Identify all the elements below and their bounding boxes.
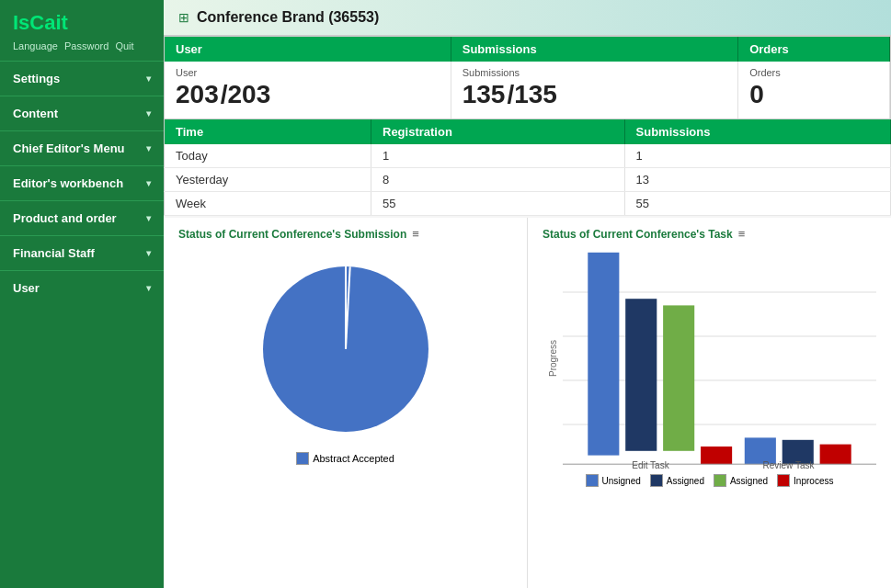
sidebar-item-financial-staff-label: Financial Staff (13, 246, 95, 260)
submissions-stat-cell: Submissions 135/135 (451, 62, 737, 119)
app-brand: IsCait (0, 0, 164, 40)
legend-color-unsigned (586, 474, 599, 487)
time-stats-row: Today 1 1 (165, 144, 891, 168)
svg-rect-7 (588, 253, 619, 456)
bar-chart-menu-icon[interactable]: ≡ (738, 227, 746, 241)
sidebar-item-user[interactable]: User ▾ (0, 270, 164, 305)
bar-chart-svg-wrap: Edit Task Review Task (563, 248, 876, 469)
orders-stat-value: 0 (749, 80, 878, 109)
legend-item-inprocess: Inprocess (777, 474, 833, 487)
time-col-header: Time (165, 119, 371, 144)
legend-label-assigned-dark: Assigned (667, 476, 704, 486)
submissions-cell: 1 (624, 144, 890, 168)
quit-link[interactable]: Quit (115, 40, 133, 51)
legend-color-abstract-accepted (296, 452, 309, 465)
pie-chart-legend: Abstract Accepted (178, 452, 512, 465)
user-stat-cell: User 203/203 (165, 62, 451, 119)
sidebar-item-settings[interactable]: Settings ▾ (0, 61, 164, 96)
orders-stat-cell: Orders 0 (738, 62, 890, 119)
submissions-stat-label: Submissions (463, 67, 726, 78)
svg-text:Edit Task: Edit Task (632, 460, 669, 469)
stats-table: User Submissions Orders User 203/203 Sub… (165, 37, 890, 119)
time-cell: Today (165, 144, 371, 168)
bar-chart-title: Status of Current Conference's Task ≡ (543, 227, 876, 241)
chevron-down-icon: ▾ (146, 283, 151, 293)
stats-table-wrap: User Submissions Orders User 203/203 Sub… (164, 36, 891, 119)
submissions-col-header: Submissions (624, 119, 890, 144)
time-stats-row: Week 55 55 (165, 192, 891, 216)
registration-cell: 55 (371, 192, 625, 216)
orders-stat-label: Orders (749, 67, 878, 78)
pie-chart-container (178, 248, 512, 445)
time-cell: Week (165, 192, 371, 216)
legend-label-inprocess: Inprocess (794, 476, 833, 486)
submissions-cell: 55 (624, 192, 890, 216)
sidebar-item-user-label: User (13, 281, 40, 295)
sidebar-item-financial-staff[interactable]: Financial Staff ▾ (0, 235, 164, 270)
pie-chart-svg (254, 257, 438, 441)
bar-chart-area-wrap: Progress (543, 248, 876, 469)
col-header-orders: Orders (738, 37, 890, 62)
bar-y-label: Progress (548, 340, 558, 377)
col-header-submissions: Submissions (451, 37, 737, 62)
bar-y-label-wrap: Progress (543, 248, 563, 469)
registration-col-header: Registration (371, 119, 625, 144)
chevron-down-icon: ▾ (146, 178, 151, 188)
svg-rect-10 (701, 447, 732, 464)
pie-chart-panel: Status of Current Conference's Submissio… (164, 218, 528, 588)
svg-rect-9 (663, 305, 694, 450)
svg-rect-13 (820, 445, 851, 465)
sidebar-item-chief-editor[interactable]: Chief Editor's Menu ▾ (0, 130, 164, 165)
time-stats-body: Today 1 1 Yesterday 8 13 Week 55 55 (165, 144, 891, 216)
sidebar-item-content-label: Content (13, 107, 58, 120)
page-header: ⊞ Conference Brand (36553) (164, 0, 891, 36)
bar-chart-panel: Status of Current Conference's Task ≡ Pr… (528, 218, 891, 588)
sidebar-item-product-order-label: Product and order (13, 211, 117, 225)
chevron-down-icon: ▾ (146, 143, 151, 153)
sidebar-tagline[interactable]: Language Password Quit (0, 40, 164, 61)
pie-chart-title: Status of Current Conference's Submissio… (178, 227, 512, 241)
time-stats-table: Time Registration Submissions Today 1 1 … (164, 119, 891, 216)
sidebar: IsCait Language Password Quit Settings ▾… (0, 0, 164, 588)
user-stat-label: User (176, 67, 440, 78)
chevron-down-icon: ▾ (146, 248, 151, 258)
password-link[interactable]: Password (64, 40, 109, 51)
registration-cell: 8 (371, 168, 625, 192)
svg-rect-8 (625, 299, 657, 451)
sidebar-item-editors-workbench[interactable]: Editor's workbench ▾ (0, 165, 164, 200)
sidebar-item-product-order[interactable]: Product and order ▾ (0, 200, 164, 235)
legend-label-abstract-accepted: Abstract Accepted (313, 453, 394, 464)
chevron-down-icon: ▾ (146, 213, 151, 223)
chevron-down-icon: ▾ (146, 108, 151, 119)
grid-icon: ⊞ (178, 10, 189, 25)
legend-color-inprocess (777, 474, 790, 487)
legend-label-assigned-green: Assigned (730, 476, 768, 486)
sidebar-item-chief-editor-label: Chief Editor's Menu (13, 141, 125, 155)
svg-text:Review Task: Review Task (763, 460, 816, 469)
legend-item-abstract-accepted: Abstract Accepted (296, 452, 394, 465)
bar-chart-body: Edit Task Review Task (563, 248, 876, 469)
bar-chart-svg: Edit Task Review Task (563, 248, 876, 469)
stats-row: User 203/203 Submissions 135/135 Orders (165, 62, 890, 119)
legend-item-unsigned: Unsigned (586, 474, 641, 487)
charts-row: Status of Current Conference's Submissio… (164, 218, 891, 588)
language-link[interactable]: Language (13, 40, 58, 51)
submissions-stat-value: 135/135 (463, 80, 726, 109)
sidebar-item-settings-label: Settings (13, 72, 60, 85)
page-title: Conference Brand (36553) (197, 9, 379, 26)
submissions-cell: 13 (624, 168, 890, 192)
chevron-down-icon: ▾ (146, 74, 151, 84)
sidebar-item-content[interactable]: Content ▾ (0, 96, 164, 130)
legend-color-assigned-dark (650, 474, 663, 487)
legend-label-unsigned: Unsigned (602, 476, 641, 486)
user-stat-value: 203/203 (176, 80, 440, 109)
main-content: ⊞ Conference Brand (36553) User Submissi… (164, 0, 891, 588)
legend-item-assigned-green: Assigned (714, 474, 768, 487)
time-stats-row: Yesterday 8 13 (165, 168, 891, 192)
col-header-user: User (165, 37, 451, 62)
time-cell: Yesterday (165, 168, 371, 192)
pie-chart-menu-icon[interactable]: ≡ (412, 227, 419, 241)
legend-color-assigned-green (714, 474, 726, 487)
legend-item-assigned-dark: Assigned (650, 474, 704, 487)
registration-cell: 1 (371, 144, 625, 168)
